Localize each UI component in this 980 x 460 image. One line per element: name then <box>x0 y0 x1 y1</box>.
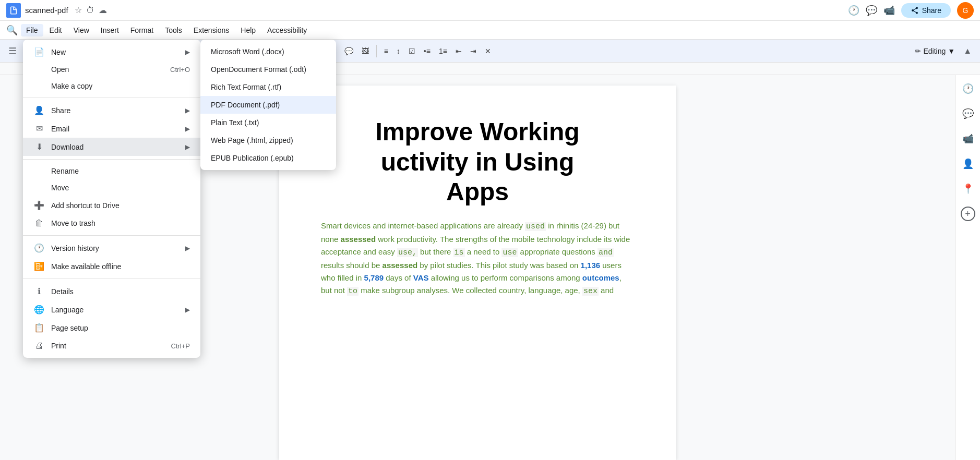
comment-button[interactable]: 💬 <box>341 45 356 57</box>
file-menu-pagesetup[interactable]: 📋 Page setup <box>23 319 200 337</box>
divider-1 <box>23 98 200 98</box>
sidebar-people-icon[interactable]: 👤 <box>959 154 977 173</box>
text-green-8: by pilot studies. This pilot study was b… <box>417 261 580 270</box>
download-submenu: Microsoft Word (.docx) OpenDocument Form… <box>200 40 336 170</box>
document-title: scanned-pdf <box>25 6 68 15</box>
file-menu-pagesetup-label: Page setup <box>51 324 190 332</box>
video-icon[interactable]: 📹 <box>883 5 895 16</box>
file-menu-shortcut[interactable]: ➕ Add shortcut to Drive <box>23 196 200 214</box>
cloud-icon[interactable]: ☁ <box>99 5 107 15</box>
share-icon: 👤 <box>33 105 45 115</box>
clear-format-button[interactable]: ✕ <box>482 45 494 57</box>
title-bar: scanned-pdf ☆ ⏱ ☁ 🕐 💬 📹 Share G <box>0 0 980 21</box>
bullet-list-button[interactable]: •≡ <box>421 45 434 57</box>
download-pdf[interactable]: PDF Document (.pdf) <box>200 96 336 114</box>
dropdown-arrow-icon: ▼ <box>948 47 955 55</box>
email-arrow-icon: ▶ <box>185 125 190 132</box>
menu-tools[interactable]: Tools <box>160 24 187 37</box>
file-menu-copy[interactable]: Make a copy <box>23 78 200 94</box>
history-icon[interactable]: ⏱ <box>86 6 94 15</box>
share-arrow-icon: ▶ <box>185 107 190 114</box>
download-txt[interactable]: Plain Text (.txt) <box>200 114 336 131</box>
sidebar-chat-icon[interactable]: 💬 <box>959 104 977 123</box>
share-label: Share <box>922 6 941 15</box>
text-green-4: but there <box>418 247 453 256</box>
download-epub[interactable]: EPUB Publication (.epub) <box>200 149 336 167</box>
clock-icon[interactable]: 🕐 <box>848 5 859 16</box>
menu-file[interactable]: File <box>21 24 43 37</box>
sidebar-map-icon[interactable]: 📍 <box>959 179 977 198</box>
outline-icon[interactable]: ☰ <box>6 43 19 59</box>
language-icon: 🌐 <box>33 305 45 314</box>
file-menu-move[interactable]: Move <box>23 179 200 196</box>
search-icon[interactable]: 🔍 <box>4 22 20 38</box>
text-green-14: and <box>599 286 614 295</box>
download-docx[interactable]: Microsoft Word (.docx) <box>200 43 336 60</box>
file-menu-details[interactable]: ℹ Details <box>23 282 200 300</box>
indent-decrease-button[interactable]: ⇤ <box>452 45 465 57</box>
download-html[interactable]: Web Page (.html, zipped) <box>200 131 336 149</box>
checklist-button[interactable]: ☑ <box>405 45 419 57</box>
file-menu-version[interactable]: 🕐 Version history ▶ <box>23 239 200 257</box>
menu-edit[interactable]: Edit <box>44 24 67 37</box>
print-icon: 🖨 <box>33 341 45 350</box>
file-menu-print-label: Print <box>51 342 171 350</box>
document-body: Smart devices and internet-based applica… <box>321 220 634 298</box>
numbered-list-button[interactable]: 1≡ <box>436 45 450 57</box>
document-title-text: Improve Working uctivity in Using Apps <box>321 117 634 207</box>
text-green-6: appropriate questions <box>518 247 597 256</box>
file-menu-email[interactable]: ✉ Email ▶ <box>23 119 200 138</box>
file-menu-share-label: Share <box>51 106 185 115</box>
download-arrow-icon: ▶ <box>185 143 190 151</box>
comment-icon[interactable]: 💬 <box>866 5 877 16</box>
language-arrow-icon: ▶ <box>185 306 190 313</box>
file-menu-move-label: Move <box>51 184 190 192</box>
file-menu-new[interactable]: 📄 New ▶ <box>23 43 200 61</box>
file-menu-download[interactable]: ⬇ Download ▶ <box>23 138 200 156</box>
menu-accessibility[interactable]: Accessibility <box>262 24 312 37</box>
sidebar-clock-icon[interactable]: 🕐 <box>959 79 977 98</box>
align-button[interactable]: ≡ <box>381 45 391 57</box>
menu-help[interactable]: Help <box>235 24 261 37</box>
file-menu-rename[interactable]: Rename <box>23 163 200 179</box>
menu-insert[interactable]: Insert <box>95 24 124 37</box>
star-icon[interactable]: ☆ <box>75 5 82 15</box>
version-arrow-icon: ▶ <box>185 245 190 252</box>
line-spacing-button[interactable]: ↕ <box>393 45 403 57</box>
menu-format[interactable]: Format <box>125 24 159 37</box>
file-menu-language[interactable]: 🌐 Language ▶ <box>23 300 200 319</box>
text-blue-vas: VAS <box>413 273 429 282</box>
file-menu-open[interactable]: Open Ctrl+O <box>23 61 200 78</box>
title-line-1: Improve Working <box>321 117 634 147</box>
menu-extensions[interactable]: Extensions <box>188 24 234 37</box>
file-menu-offline-label: Make available offline <box>51 262 190 271</box>
file-menu-share[interactable]: 👤 Share ▶ <box>23 101 200 119</box>
share-button[interactable]: Share <box>901 3 951 18</box>
sidebar-video-icon[interactable]: 📹 <box>959 129 977 148</box>
file-menu-email-label: Email <box>51 125 185 133</box>
user-avatar[interactable]: G <box>957 2 974 19</box>
download-icon: ⬇ <box>33 142 45 152</box>
indent-increase-button[interactable]: ⇥ <box>467 45 480 57</box>
sidebar-add-button[interactable]: + <box>961 207 975 221</box>
divider-2 <box>23 159 200 160</box>
editing-mode-selector[interactable]: ✏ Editing ▼ <box>911 45 959 57</box>
version-icon: 🕐 <box>33 243 45 253</box>
collapse-toolbar-button[interactable]: ▲ <box>961 44 974 58</box>
file-menu-trash[interactable]: 🗑 Move to trash <box>23 214 200 232</box>
file-menu-offline[interactable]: 📴 Make available offline <box>23 257 200 275</box>
download-odt[interactable]: OpenDocument Format (.odt) <box>200 60 336 78</box>
text-mono-and: and <box>597 248 614 257</box>
menu-view[interactable]: View <box>68 24 94 37</box>
image-button[interactable]: 🖼 <box>358 45 372 57</box>
app-icon <box>6 3 21 18</box>
file-menu-download-label: Download <box>51 143 185 151</box>
title-bar-actions: ☆ ⏱ ☁ <box>75 5 107 15</box>
file-menu-dropdown: 📄 New ▶ Open Ctrl+O Make a copy 👤 Share … <box>23 40 200 358</box>
text-green-5: a need to <box>465 247 502 256</box>
text-green-10: days of <box>384 273 413 282</box>
file-menu-print[interactable]: 🖨 Print Ctrl+P <box>23 337 200 355</box>
file-menu-details-label: Details <box>51 287 190 296</box>
download-rtf[interactable]: Rich Text Format (.rtf) <box>200 78 336 96</box>
file-menu-open-label: Open <box>51 65 170 74</box>
